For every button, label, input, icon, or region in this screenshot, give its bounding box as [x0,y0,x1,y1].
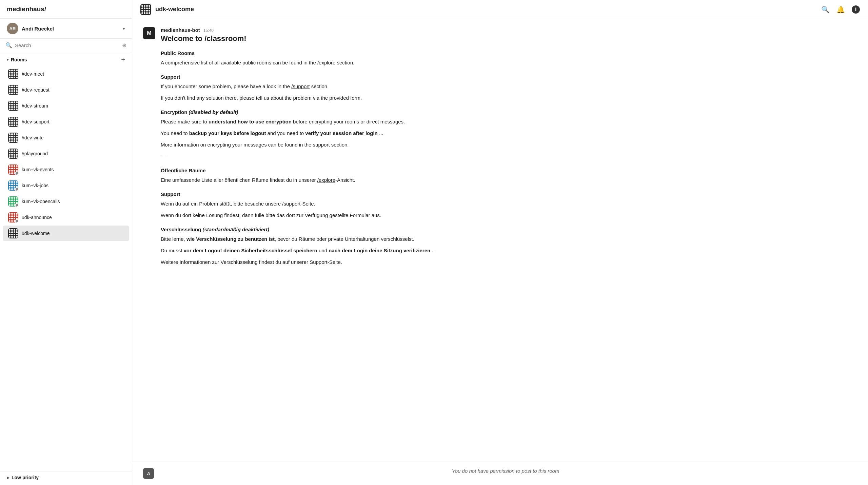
sidebar: medienhaus/ AR Andi Rueckel ▾ 🔍 ⊕ ▾ Room… [0,0,132,485]
info-icon[interactable]: i [852,5,860,14]
chevron-down-icon: ▾ [123,26,125,31]
explore-link[interactable]: /explore [317,60,335,65]
rooms-title-toggle[interactable]: ▾ Rooms [7,57,27,62]
topbar-actions: 🔍 🔔 i [821,5,860,14]
offentliche-heading: Öffentliche Räume [161,167,857,175]
support-text-2: If you don't find any solution there, pl… [161,94,857,102]
messages-area: M medienhaus-bot 15:40 Welcome to /class… [132,19,868,462]
room-name-label: #dev-request [22,87,50,93]
room-avatar [8,117,18,127]
support2-text-2: Wenn du dort keine Lösung findest, dann … [161,211,857,219]
low-priority-section: ▶ Low priority [0,471,132,485]
encryption-text-2: You need to backup your keys before logo… [161,129,857,137]
room-avatar [8,196,18,207]
search-icon: 🔍 [5,42,12,48]
room-name-label: udk-welcome [22,231,50,236]
explore-icon[interactable]: ⊕ [122,42,126,48]
room-avatar [8,149,18,159]
room-name-label: kum+vk-events [22,167,54,172]
encryption-heading: Encryption (disabled by default) [161,108,857,116]
support2-text-1: Wenn du auf ein Problem stößt, bitte bes… [161,200,857,208]
public-rooms-text: A comprehensive list of all available pu… [161,59,857,67]
message-time: 15:40 [203,28,214,33]
search-row: 🔍 ⊕ [0,39,132,52]
room-name-label: kum+vk-opencalls [22,199,60,204]
message-content: medienhaus-bot 15:40 Welcome to /classro… [161,27,857,270]
room-name-label: #dev-support [22,119,50,124]
room-avatar [8,212,18,222]
message-meta: medienhaus-bot 15:40 [161,27,857,33]
room-icon [140,4,151,15]
room-name-label: #dev-stream [22,103,48,109]
room-avatar [8,85,18,95]
room-name-label: #dev-meet [22,71,44,77]
message-block: M medienhaus-bot 15:40 Welcome to /class… [143,27,857,270]
room-avatar [8,164,18,175]
room-name-label: udk-announce [22,215,52,220]
bot-avatar: M [143,27,155,39]
avatar: AR [7,23,18,34]
message-title: Welcome to /classroom! [161,34,857,43]
support-text-1: If you encounter some problem, please ha… [161,82,857,91]
offentliche-text: Eine umfassende Liste aller öffentlichen… [161,176,857,184]
room-avatar [8,133,18,143]
add-room-button[interactable]: + [121,56,125,63]
room-name-label: #dev-write [22,135,44,140]
verschlusselung-text-1: Bitte lerne, wie Verschlüsselung zu benu… [161,235,857,243]
user-row[interactable]: AR Andi Rueckel ▾ [0,19,132,39]
verschlusselung-text-3: Weitere Informationen zur Verschlüsselun… [161,258,857,266]
room-name-label: #playground [22,151,48,156]
low-priority-chevron-icon: ▶ [7,476,9,480]
rooms-list: #dev-meet#dev-request#dev-stream#dev-sup… [0,66,132,241]
room-item[interactable]: #dev-meet [3,66,129,82]
app-title: medienhaus/ [0,0,132,19]
message-sender: medienhaus-bot [161,27,200,33]
support2-heading: Support [161,190,857,198]
room-item[interactable]: kum+vk-events [3,162,129,177]
topbar-left: udk-welcome [140,4,194,15]
room-item[interactable]: kum+vk-jobs [3,178,129,193]
no-permission-text: You do not have permission to post to th… [452,468,559,474]
encryption-text-1: Please make sure to understand how to us… [161,118,857,126]
room-avatar [8,228,18,238]
explore-link-de[interactable]: /explore [317,177,335,183]
room-item[interactable]: #playground [3,146,129,161]
search-input[interactable] [15,42,122,48]
low-priority-toggle[interactable]: ▶ Low priority [7,475,125,480]
rooms-chevron-icon: ▾ [7,58,9,62]
room-item[interactable]: kum+vk-opencalls [3,194,129,209]
support-link[interactable]: /support [291,83,310,89]
support-link-de[interactable]: /support [282,201,300,207]
room-item[interactable]: #dev-support [3,114,129,130]
rooms-header: ▾ Rooms + [0,52,132,66]
notification-bell-icon[interactable]: 🔔 [836,5,845,14]
room-name: udk-welcome [155,6,194,13]
search-icon[interactable]: 🔍 [821,5,830,14]
low-priority-title: Low priority [12,475,39,480]
verschlusselung-text-2: Du musst vor dem Logout deinen Sicherhei… [161,247,857,255]
rooms-title: Rooms [11,57,27,62]
rooms-section: ▾ Rooms + #dev-meet#dev-request#dev-stre… [0,52,132,471]
public-rooms-heading: Public Rooms [161,49,857,57]
encryption-text-3: More information on encrypting your mess… [161,141,857,149]
footer-bar: A You do not have permission to post to … [132,462,868,485]
room-avatar [8,69,18,79]
room-item[interactable]: #dev-request [3,82,129,98]
footer-left-avatar: A [143,468,154,479]
divider-text: — [161,152,857,160]
support-heading: Support [161,73,857,81]
room-item[interactable]: #dev-write [3,130,129,146]
main-panel: udk-welcome 🔍 🔔 i M medienhaus-bot 15:40… [132,0,868,485]
room-item[interactable]: #dev-stream [3,98,129,114]
room-name-label: kum+vk-jobs [22,183,48,188]
room-item[interactable]: udk-announce [3,210,129,225]
room-item[interactable]: udk-welcome [3,226,129,241]
message-body: Public Rooms A comprehensive list of all… [161,49,857,266]
room-avatar [8,180,18,191]
topbar: udk-welcome 🔍 🔔 i [132,0,868,19]
user-name: Andi Rueckel [22,26,123,32]
room-avatar [8,101,18,111]
verschlusselung-heading: Verschlüsselung (standardmäßig deaktivie… [161,226,857,234]
